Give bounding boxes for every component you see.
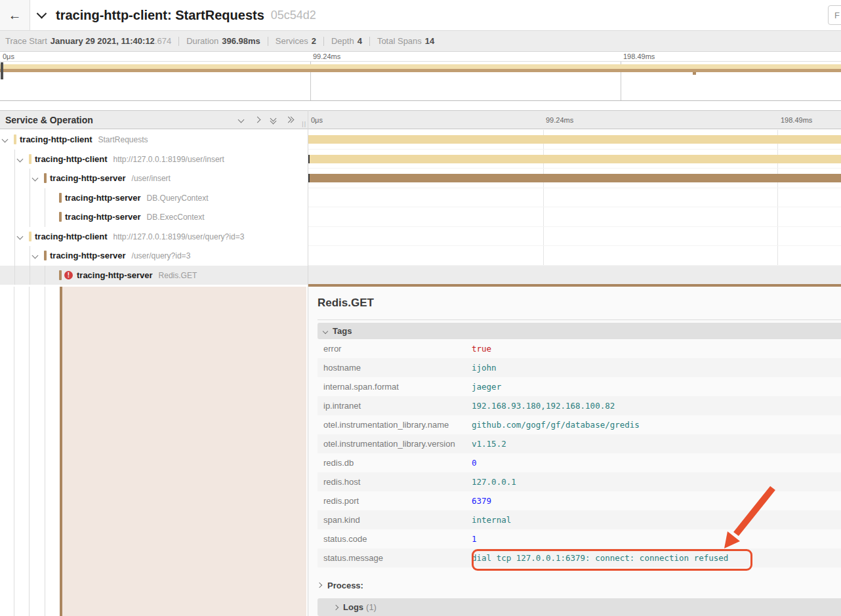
span-timeline-row[interactable] (308, 246, 841, 266)
tag-value: v1.15.2 (472, 439, 506, 449)
tag-row: otel.instrumentation_library.versionv1.1… (318, 434, 841, 453)
span-bar-edge-tick (308, 174, 310, 182)
span-toggle-chevron-icon[interactable] (2, 136, 9, 143)
summary-label: Duration (186, 36, 218, 46)
detail-row-backdrop (62, 287, 306, 616)
summary-label: Services (276, 36, 308, 46)
tag-row: redis.db0 (318, 453, 841, 472)
collapse-one-icon[interactable] (237, 116, 245, 124)
summary-separator (268, 37, 268, 46)
tree-guide-line (45, 207, 45, 227)
tag-row: span.kindinternal (318, 510, 841, 529)
tag-row: otel.instrumentation_library.namegithub.… (318, 415, 841, 434)
expand-all-icon[interactable] (286, 116, 294, 124)
tag-row: hostnameijohn (318, 358, 841, 377)
tree-guide-line (14, 207, 15, 227)
service-name: tracing-http-serverDB.ExecContext (65, 212, 205, 222)
tag-value: 1 (472, 534, 477, 544)
tag-value: jaeger (472, 382, 501, 392)
service-name: tracing-http-clientStartRequests (20, 134, 148, 144)
minimap-span-bar (0, 69, 841, 72)
summary-value: 4 (358, 36, 362, 46)
jaeger-trace-page: ← tracing-http-client: StartRequests 05c… (0, 0, 841, 616)
span-duration-bar[interactable] (308, 155, 841, 163)
trace-summary-bar: Trace Start January 29 2021, 11:40:12 .6… (0, 31, 841, 52)
span-timeline-row[interactable] (308, 188, 841, 208)
service-color-bar (14, 134, 16, 144)
span-timeline-row[interactable] (308, 169, 841, 188)
span-toggle-chevron-icon[interactable] (32, 253, 39, 259)
logs-count: (1) (366, 602, 377, 612)
tag-value: 192.168.93.180,192.168.100.82 (472, 401, 615, 411)
tree-guide-line (14, 227, 15, 247)
minimap-span-bar (0, 64, 841, 69)
tag-value: ijohn (472, 363, 497, 373)
tag-value: 0 (472, 458, 477, 468)
tag-key: status.message (318, 553, 472, 563)
summary-value: January 29 2021, 11:40:12 (51, 36, 155, 46)
span-rows: tracing-http-clientStartRequeststracing-… (0, 130, 841, 285)
span-row[interactable]: tracing-http-clientStartRequests (0, 130, 308, 150)
span-timeline-row[interactable] (308, 130, 841, 150)
span-toggle-chevron-icon[interactable] (17, 155, 24, 162)
span-toggle-chevron-icon[interactable] (17, 233, 24, 239)
error-icon: ! (64, 271, 73, 279)
span-timeline-row[interactable] (308, 207, 841, 227)
tags-accordion-header[interactable]: Tags (318, 323, 841, 339)
tree-guide-line (30, 246, 30, 266)
timeline-ticks-header: 0μs 99.24ms 198.49ms (308, 111, 841, 129)
tag-value: github.com/gogf/gf/database/gredis (472, 420, 640, 430)
process-label: Process: (327, 581, 363, 590)
span-row[interactable]: !tracing-http-serverRedis.GET (0, 266, 308, 285)
span-bar-edge-tick (308, 155, 310, 163)
span-duration-bar[interactable] (308, 135, 841, 144)
tree-guide-line (14, 188, 15, 208)
span-row[interactable]: tracing-http-serverDB.QueryContext (0, 188, 308, 208)
expand-one-icon[interactable] (253, 116, 261, 124)
span-timeline-row[interactable] (308, 150, 841, 169)
chevron-down-icon (323, 328, 328, 333)
span-detail-title: Redis.GET (318, 297, 374, 310)
span-row[interactable]: tracing-http-serverDB.ExecContext (0, 207, 308, 227)
span-row[interactable]: tracing-http-server/user/query?id=3 (0, 246, 308, 266)
tree-guide-line (45, 287, 45, 616)
summary-label: Depth (331, 36, 354, 46)
service-name: tracing-http-serverRedis.GET (77, 270, 197, 280)
tree-guide-line (30, 169, 30, 188)
span-toggle-chevron-icon[interactable] (32, 175, 39, 182)
tag-value: internal (472, 515, 511, 525)
tree-guide-line (29, 287, 30, 616)
service-color-bar (59, 193, 62, 203)
span-row[interactable]: tracing-http-clienthttp://127.0.0.1:8199… (0, 150, 308, 169)
service-name: tracing-http-clienthttp://127.0.0.1:8199… (35, 232, 244, 241)
tag-row: ip.intranet192.168.93.180,192.168.100.82 (318, 396, 841, 415)
top-bar: ← tracing-http-client: StartRequests 05c… (0, 0, 841, 31)
detail-left-column (0, 287, 308, 616)
partial-toolbar-button[interactable]: F (828, 5, 841, 25)
tree-guide-line (14, 287, 14, 616)
minimap-tick: 0μs (3, 52, 14, 60)
logs-accordion-header[interactable]: Logs (1) (318, 598, 841, 616)
timeline-header-row: Service & Operation || 0μs 99.24ms 198.4… (0, 110, 841, 129)
collapse-all-icon[interactable] (270, 116, 277, 124)
trace-collapse-chevron-icon[interactable] (37, 8, 47, 18)
summary-separator (369, 37, 370, 46)
tree-guide-line (14, 246, 15, 266)
span-row[interactable]: tracing-http-server/user/insert (0, 169, 308, 188)
span-duration-bar[interactable] (308, 174, 841, 182)
back-button[interactable]: ← (0, 0, 30, 30)
process-accordion-header[interactable]: Process: (318, 577, 363, 594)
minimap-drag-handle[interactable] (1, 62, 3, 79)
span-timeline-row[interactable] (308, 227, 841, 247)
operation-name: http://127.0.0.1:8199/user/query?id=3 (113, 232, 245, 241)
tag-key: otel.instrumentation_library.version (318, 439, 472, 449)
column-resizer-grip[interactable]: || (302, 121, 306, 127)
trace-id: 05c54d2 (271, 9, 316, 22)
tag-key: internal.span.format (318, 382, 472, 392)
trace-minimap[interactable] (0, 61, 841, 101)
tag-key: ip.intranet (318, 401, 472, 411)
span-row[interactable]: tracing-http-clienthttp://127.0.0.1:8199… (0, 227, 308, 247)
tag-row: redis.port6379 (318, 491, 841, 510)
service-color-bar (29, 232, 31, 241)
span-timeline-row[interactable] (308, 266, 841, 285)
